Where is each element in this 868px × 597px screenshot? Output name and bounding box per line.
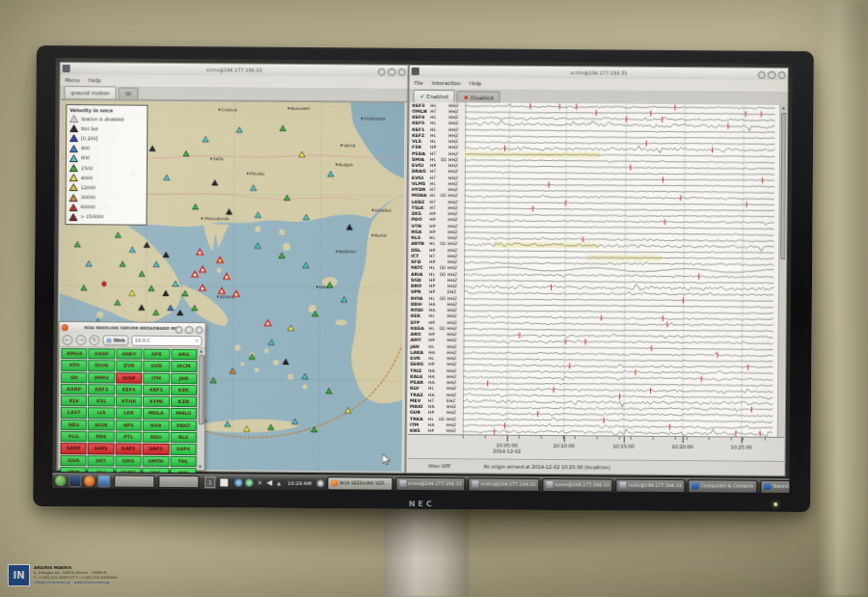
taskbar-window-scesv[interactable]: scesv@194.177.194.33: [542, 477, 612, 492]
scroll-up-icon[interactable]: ▲: [198, 348, 203, 353]
trace-label-DSL[interactable]: DSLHPHHZ: [409, 247, 464, 254]
close-button[interactable]: [397, 68, 406, 76]
tray-applet[interactable]: [219, 477, 229, 487]
station-cell-KEF3[interactable]: KEF3: [88, 384, 114, 395]
trace-label-RGA[interactable]: RGAHPHHZ: [409, 229, 464, 235]
trace-label-MGNA[interactable]: MGNAHL00HHZ: [410, 193, 465, 200]
station-cell-NPS[interactable]: NPS: [116, 420, 142, 431]
minimize-button[interactable]: [377, 68, 386, 76]
trace-label-ZKS[interactable]: ZKSHPHHZ: [410, 210, 465, 217]
station-cell-PRK[interactable]: PRK: [88, 431, 114, 443]
station-cell-ANKY[interactable]: ANKY: [116, 348, 142, 360]
trace-label-PSAR[interactable]: PSARHAHHZ: [408, 379, 463, 386]
station-cell-MHLO[interactable]: MHLO: [170, 408, 196, 420]
trace-label-RLS[interactable]: RLSHLHHZ: [409, 234, 464, 241]
trace-label-RODI[interactable]: RODIHAHHZ: [409, 307, 464, 313]
taskbar-window-teamviewer[interactable]: TeamViewer: [760, 479, 793, 493]
start-menu-icon[interactable]: [55, 475, 66, 486]
tab-qc[interactable]: qc: [119, 88, 139, 99]
station-cell-KEF5[interactable]: KEF5: [143, 385, 169, 396]
panel-applet[interactable]: [158, 475, 199, 488]
trace-label-AMT[interactable]: AMTHPHHZ: [408, 338, 463, 344]
close-session-icon[interactable]: ✕: [256, 478, 263, 486]
station-cell-KTHA[interactable]: KTHA: [116, 396, 142, 408]
station-cell-NVR[interactable]: NVR: [143, 421, 169, 432]
forward-icon[interactable]: →: [75, 335, 86, 345]
station-cell-ATH[interactable]: ATH: [61, 360, 87, 371]
taskbar-window-scmv[interactable]: scmv@194.177.194.33: [395, 476, 466, 491]
trace-label-ARTB[interactable]: ARTBHL00HHZ: [409, 241, 464, 248]
station-cell-KZN[interactable]: KZN: [171, 396, 197, 408]
trace-label-ARIA[interactable]: ARIAHL00HHZ: [409, 271, 464, 278]
station-cell-IMMV[interactable]: IMMV: [89, 372, 115, 384]
close-button[interactable]: [777, 70, 786, 79]
station-cell-KSL[interactable]: KSL: [88, 395, 114, 407]
menu-item-menu[interactable]: Menu: [66, 77, 80, 83]
trace-label-SGD[interactable]: SGDHPHHZ: [409, 277, 464, 284]
scroll-up-icon[interactable]: ▲: [780, 105, 786, 110]
trace-label-KEK[interactable]: KEKHLHHZ: [409, 313, 464, 320]
trace-label-KEF3[interactable]: KEF3HLHHZ: [410, 102, 465, 109]
trace-label-PATC[interactable]: PATCHL00HHZ: [409, 265, 464, 272]
firefox-launcher-icon[interactable]: [84, 475, 95, 486]
trace-label-UPR[interactable]: UPRHPEHZ: [409, 289, 464, 296]
trace-label-SMIA[interactable]: SMIAHL00HHZ: [410, 156, 465, 163]
trace-label-DRO[interactable]: DROHPHHZ: [409, 283, 464, 289]
workspace-pager[interactable]: 1: [204, 476, 215, 488]
trace-label-LKD2[interactable]: LKD2HTHHZ: [410, 199, 465, 205]
maximize-button[interactable]: [388, 68, 396, 76]
minimize-button[interactable]: [757, 70, 766, 79]
station-cell-SAP3[interactable]: SAP3: [143, 444, 169, 455]
station-cell-RDO[interactable]: RDO: [143, 432, 169, 444]
station-cell-SKY[interactable]: SKY: [88, 455, 114, 467]
minimize-button[interactable]: [175, 325, 183, 334]
trace-label-KEF4[interactable]: KEF4HLHHZ: [410, 114, 465, 121]
station-cell-IACM[interactable]: IACM: [171, 361, 197, 372]
station-cell-SMG[interactable]: SMG: [115, 455, 141, 467]
station-cell-GVD[interactable]: GVD: [143, 361, 169, 372]
station-cell-KEF4[interactable]: KEF4: [116, 384, 142, 395]
volume-icon[interactable]: [266, 479, 272, 485]
settings-gear-icon[interactable]: [316, 479, 324, 487]
station-cell-EVR[interactable]: EVR: [116, 361, 142, 372]
station-cell-ITM[interactable]: ITM: [143, 372, 169, 384]
network-globe-icon[interactable]: [234, 478, 242, 486]
station-cell-ANAF[interactable]: ANAF: [89, 348, 115, 360]
trace-label-EVGI[interactable]: EVGIHTHHZ: [410, 175, 465, 181]
station-cell-NEO[interactable]: NEO: [61, 420, 87, 431]
station-cell-AMGA[interactable]: AMGA: [61, 348, 87, 360]
trace-label-VLMS[interactable]: VLMSHLHHZ: [410, 180, 465, 187]
trace-label-KLV[interactable]: KLVHLHHZ: [408, 386, 463, 393]
station-cell-KYMI[interactable]: KYMI: [143, 396, 169, 408]
scroll-down-icon[interactable]: ▼: [197, 464, 203, 469]
panel-applet[interactable]: [114, 475, 154, 487]
station-cell-PLG[interactable]: PLG: [61, 431, 87, 443]
station-cell-IDI[interactable]: IDI: [61, 372, 87, 384]
tab-enabled[interactable]: ✔Enabled: [413, 90, 454, 102]
station-cell-NISR[interactable]: NISR: [88, 420, 114, 431]
station-cell-LIA[interactable]: LIA: [88, 408, 114, 420]
station-cell-PTL[interactable]: PTL: [115, 432, 141, 444]
trace-label-TRAZ[interactable]: TRAZHAHHZ: [408, 392, 463, 398]
trace-label-VLS[interactable]: VLSHLHHZ: [410, 138, 465, 145]
close-button[interactable]: [195, 326, 203, 335]
trace-label-ANX[interactable]: ANXHPHHZ: [409, 331, 464, 338]
maximize-button[interactable]: [185, 326, 194, 335]
url-field[interactable]: 10.0.C☆: [132, 335, 203, 346]
trace-label-JAN[interactable]: JANHLHHZ: [408, 343, 463, 350]
station-cell-KARP[interactable]: KARP: [61, 384, 87, 395]
station-cell-SMTH[interactable]: SMTH: [143, 455, 169, 467]
station-cell-LKR[interactable]: LKR: [116, 408, 142, 420]
trace-label-PDO[interactable]: PDOHPHHZ: [409, 217, 464, 224]
station-cell-JAN[interactable]: JAN: [171, 373, 197, 385]
trace-label-ICT[interactable]: ICTHTHHZ: [409, 253, 464, 259]
taskbar-window-scolv[interactable]: scolv@194.177.194.33: [616, 478, 686, 493]
browser-scrollbar[interactable]: ▲ ▼: [196, 348, 203, 469]
tab-ground-motion[interactable]: ground motion: [64, 86, 117, 98]
station-cell-KEK[interactable]: KEK: [171, 385, 197, 396]
menu-item-interaction[interactable]: Interaction: [432, 80, 461, 86]
trace-label-TRIZ[interactable]: TRIZHAHHZ: [408, 367, 463, 374]
menu-item-help[interactable]: Help: [470, 80, 482, 86]
station-cell-THL[interactable]: THL: [170, 456, 196, 468]
scroll-thumb[interactable]: [780, 113, 787, 259]
